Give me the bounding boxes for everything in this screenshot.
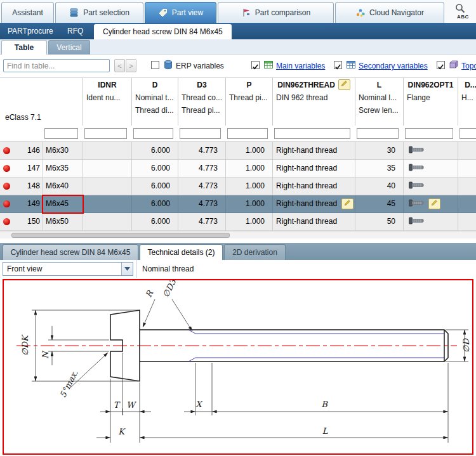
- view-selector-bar: Front view Nominal thread: [0, 260, 476, 278]
- column-label: D3: [178, 78, 225, 91]
- tab-part-detail[interactable]: Cylinder head screw DIN 84 M6x45: [3, 244, 138, 260]
- doc-tab-partprocure[interactable]: PARTprocure: [8, 23, 53, 39]
- search-button[interactable]: ABC: [446, 1, 476, 23]
- tab-2d-derivation[interactable]: 2D derivation: [224, 244, 286, 260]
- filter-input-L[interactable]: [357, 128, 399, 139]
- row-number: 148: [14, 178, 43, 195]
- column-header-DIN962THREAD[interactable]: DIN962THREADDIN 962 thread: [272, 78, 355, 126]
- view-select-dropdown-button[interactable]: [121, 263, 133, 275]
- dim-label-x: X: [195, 400, 203, 409]
- topo-icon: [449, 60, 459, 70]
- column-header-L[interactable]: LNominal l...Screw len...: [355, 78, 403, 126]
- column-label: D...: [458, 78, 476, 91]
- tab-technical-details[interactable]: Technical details (2): [140, 244, 223, 260]
- cell-P: 1.000: [225, 195, 272, 213]
- dim-label-dk: ∅DK: [20, 334, 30, 356]
- main-tab-bar: Assistant Part selection Part view Part …: [0, 0, 476, 23]
- cell-D: 6.000: [131, 160, 178, 178]
- filter-input-D[interactable]: [133, 128, 173, 139]
- column-label: P: [226, 78, 272, 91]
- table-row-M6x35[interactable]: 147M6x356.0004.7731.000Right-hand thread…: [0, 160, 476, 178]
- cell-P: 1.000: [225, 160, 272, 178]
- view-select[interactable]: Front view: [3, 262, 133, 276]
- filter-input-D3[interactable]: [180, 128, 221, 139]
- tab-part-comparison[interactable]: Part comparison: [218, 2, 334, 23]
- tab-part-view[interactable]: Part view: [145, 2, 216, 23]
- next-button[interactable]: >: [126, 59, 136, 72]
- filter-input-IDNR[interactable]: [84, 128, 127, 139]
- table-row-M6x30[interactable]: 146M6x306.0004.7731.000Right-hand thread…: [0, 142, 476, 160]
- tab-table[interactable]: Table: [1, 40, 47, 55]
- column-label: DIN962THREAD: [273, 78, 355, 91]
- edit-pencil-button[interactable]: [338, 79, 350, 90]
- column-header-D[interactable]: DNominal t...Thread di...: [131, 78, 178, 126]
- cell-D: 6.000: [131, 195, 178, 213]
- scrollbar-thumb[interactable]: [11, 233, 230, 238]
- tab-vertical[interactable]: Vertical: [48, 40, 90, 55]
- main-variables-checkbox[interactable]: [251, 61, 260, 69]
- find-in-table-input[interactable]: [3, 59, 110, 72]
- edit-pencil-button[interactable]: [428, 199, 440, 209]
- main-variables-link[interactable]: Main variables: [276, 62, 325, 70]
- cell-IDNR: [83, 178, 131, 195]
- cell-DIN962THREAD: Right-hand thread: [272, 213, 355, 231]
- column-sublabel: [458, 104, 476, 117]
- dim-label-w: W: [126, 400, 136, 410]
- filter-input-P[interactable]: [227, 128, 268, 139]
- dim-label-angle: 5°max.: [58, 368, 79, 399]
- edit-pencil-button[interactable]: [341, 199, 354, 209]
- dim-label-l: L: [322, 426, 328, 436]
- dimension-lines: [36, 299, 465, 438]
- horizontal-scrollbar[interactable]: [0, 231, 476, 238]
- column-header-D...[interactable]: D...H...: [458, 78, 476, 126]
- table-row-M6x45[interactable]: 149M6x456.0004.7731.000Right-hand thread…: [0, 195, 476, 213]
- secondary-variables-link[interactable]: Secondary variables: [359, 62, 428, 70]
- cell-IDNR: [83, 142, 131, 160]
- part-name-cell: M6x35: [43, 160, 83, 178]
- dim-label-r: R: [143, 289, 155, 299]
- column-sublabel: Thread pi...: [178, 104, 225, 117]
- cell-P: 1.000: [225, 178, 272, 195]
- filter-input-DIN962THREAD[interactable]: [274, 128, 350, 139]
- cell-D3: 4.773: [178, 160, 225, 178]
- cell-D...: [458, 178, 476, 195]
- column-header-IDNR[interactable]: IDNRIdent nu...: [83, 78, 131, 126]
- dim-label-d3: ∅D3: [161, 280, 178, 299]
- erp-database-icon: [163, 60, 173, 70]
- tab-part-selection[interactable]: Part selection: [55, 2, 143, 23]
- search-icon: [454, 3, 466, 14]
- secondary-variables-icon: [346, 60, 356, 70]
- filter-input-name[interactable]: [44, 128, 78, 139]
- topo-link[interactable]: Topo...: [461, 62, 476, 70]
- column-sublabel: Thread co...: [178, 91, 225, 104]
- doc-tab-active[interactable]: Cylinder head screw DIN 84 M6x45: [94, 24, 232, 39]
- cell-L: 40: [355, 178, 403, 195]
- column-label: DIN962OPT1: [404, 78, 458, 91]
- cell-IDNR: [83, 213, 131, 231]
- topo-checkbox[interactable]: [437, 61, 445, 69]
- tab-part-view-label: Part view: [172, 8, 203, 17]
- cell-IDNR: [83, 195, 131, 213]
- tab-assistant[interactable]: Assistant: [1, 2, 54, 23]
- tab-cloud-navigator[interactable]: Cloud Navigator: [335, 2, 444, 23]
- table-row-M6x40[interactable]: 148M6x406.0004.7731.000Right-hand thread…: [0, 178, 476, 195]
- table-row-M6x50[interactable]: 150M6x506.0004.7731.000Right-hand thread…: [0, 213, 476, 231]
- secondary-variables-checkbox[interactable]: [334, 61, 342, 69]
- part-name-cell: M6x30: [43, 142, 83, 160]
- screw-thumbnail: [409, 143, 424, 159]
- flag-icon: [241, 8, 251, 18]
- prev-button[interactable]: <: [114, 59, 125, 72]
- row-number: 149: [14, 195, 43, 213]
- erp-variables-checkbox[interactable]: [151, 61, 159, 69]
- cell-D...: [458, 160, 476, 178]
- column-header-P[interactable]: PThread pi...: [225, 78, 272, 126]
- column-header-D3[interactable]: D3Thread co...Thread pi...: [178, 78, 225, 126]
- column-sublabel: Nominal l...: [355, 91, 403, 104]
- cell-DIN962THREAD: Right-hand thread: [272, 160, 355, 178]
- column-sublabel: [404, 104, 458, 117]
- cell-P: 1.000: [225, 213, 272, 231]
- doc-tab-rfq[interactable]: RFQ: [67, 23, 83, 39]
- filter-input-D...[interactable]: [459, 128, 476, 139]
- filter-input-DIN962OPT1[interactable]: [405, 128, 453, 139]
- column-header-DIN962OPT1[interactable]: DIN962OPT1Flange: [403, 78, 458, 126]
